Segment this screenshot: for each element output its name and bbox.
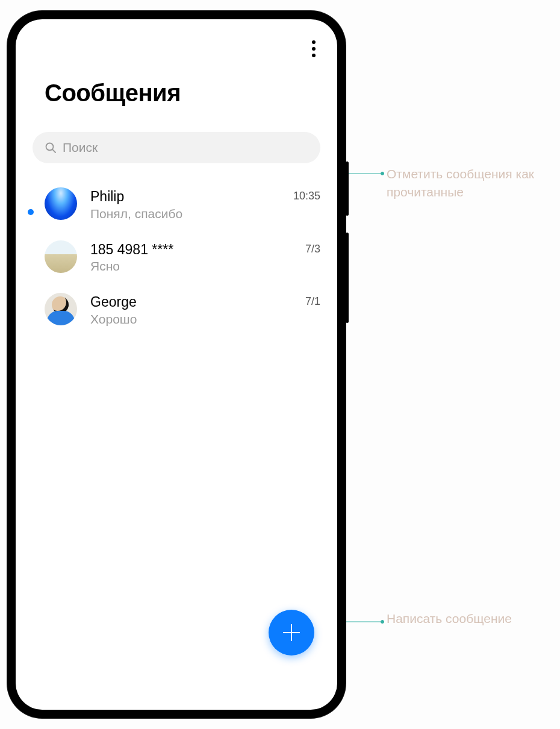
unread-indicator <box>28 209 34 215</box>
side-button-2 <box>346 233 349 323</box>
conversation-list: Philip Понял, спасибо 10:35 185 4981 ***… <box>16 163 337 336</box>
svg-point-0 <box>381 172 384 175</box>
svg-point-3 <box>381 621 384 624</box>
conversation-name: 185 4981 **** <box>90 240 305 258</box>
search-input[interactable]: Поиск <box>33 132 320 163</box>
conversation-name: George <box>90 293 305 311</box>
conversation-time: 7/3 <box>305 240 320 255</box>
search-placeholder: Поиск <box>63 140 98 155</box>
side-button-1 <box>346 161 349 216</box>
page-title: Сообщения <box>16 59 337 107</box>
avatar <box>45 240 77 273</box>
annotation-mark-read: Отметить сообщения как прочитанные <box>387 165 543 202</box>
avatar <box>45 293 77 325</box>
conversation-preview: Хорошо <box>90 311 305 327</box>
annotation-compose: Написать сообщение <box>387 610 543 628</box>
search-icon <box>45 142 57 154</box>
conversation-preview: Понял, спасибо <box>90 205 293 221</box>
conversation-row[interactable]: 185 4981 **** Ясно 7/3 <box>16 231 337 284</box>
conversation-row[interactable]: Philip Понял, спасибо 10:35 <box>16 178 337 231</box>
conversation-time: 10:35 <box>293 187 320 202</box>
screen: Сообщения Поиск Philip Понял, спас <box>16 19 337 710</box>
overflow-menu-button[interactable] <box>307 39 320 59</box>
conversation-name: Philip <box>90 187 293 205</box>
svg-line-5 <box>52 149 55 152</box>
phone-frame: Сообщения Поиск Philip Понял, спас <box>7 11 346 718</box>
conversation-row[interactable]: George Хорошо 7/1 <box>16 283 337 336</box>
conversation-preview: Ясно <box>90 258 305 274</box>
avatar <box>45 187 77 220</box>
conversation-time: 7/1 <box>305 293 320 308</box>
compose-button[interactable] <box>269 610 314 655</box>
